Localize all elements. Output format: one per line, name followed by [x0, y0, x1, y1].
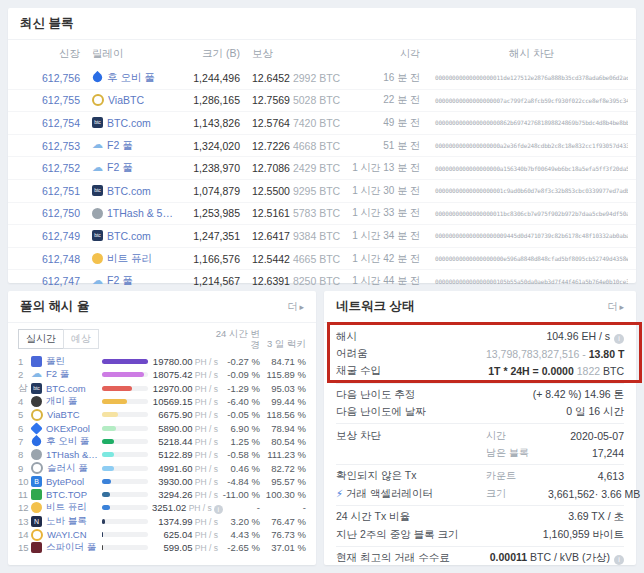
block-size: 1,214,567	[176, 275, 240, 287]
pool-hashrate-value: 1374.99 PH / s	[152, 516, 218, 527]
block-size: 1,166,576	[176, 253, 240, 265]
block-time: 1 시간 33 분 전	[340, 206, 420, 220]
relay-pool-link[interactable]: 비트 퓨리	[107, 252, 152, 266]
block-hash-link[interactable]: 0000000000000000000a2e36fde248cdbb2c8c18…	[420, 142, 628, 149]
lightning-icon	[336, 488, 343, 499]
pool-name-link[interactable]: 스파이더 풀	[46, 541, 99, 554]
tx-accelerator-link[interactable]: 거래 액셀러레이터	[336, 487, 486, 501]
pool-hashrate-more-link[interactable]: 더	[287, 291, 304, 323]
block-height-link[interactable]: 612,747	[20, 275, 80, 287]
f2pool-icon	[92, 276, 103, 287]
block-hash-link[interactable]: 000000000000000000105b55a50da0aeb3d7f44f…	[420, 278, 628, 285]
pool-name-link[interactable]: 개미 풀	[46, 395, 99, 408]
pool-name-link[interactable]: 비트 퓨리	[46, 501, 99, 514]
pool-name-link[interactable]: WAYI.CN	[47, 529, 99, 540]
block-hash-link[interactable]: 00000000000000000001c9ad0b60d7e8f3c32b85…	[420, 187, 628, 194]
block-hash-link[interactable]: 00000000000000000011de127512e2876a888b35…	[420, 74, 628, 81]
hashrate-bar	[102, 532, 148, 537]
tab-expected[interactable]: 예상	[63, 329, 99, 349]
tx-accelerator-size-key: 크기	[486, 487, 548, 501]
block-hash-link[interactable]: 00000000000000000007ac799f2a8fcb59cf930f…	[420, 97, 628, 104]
pool-3day-lucky: 115.89 %	[260, 369, 306, 380]
pool-name-link[interactable]: 풀린	[46, 355, 99, 368]
relay-pool-link[interactable]: BTC.com	[107, 185, 151, 197]
block-reward: 12.5161 5783 BTC	[240, 207, 340, 219]
table-row: 612,748 비트 퓨리 1,166,576 12.5442 4665 BTC…	[8, 248, 636, 271]
pool-3day-lucky: 80.54 %	[260, 436, 306, 447]
pool-name-link[interactable]: 슬러시 풀	[47, 462, 99, 475]
pool-name-link[interactable]: BytePool	[46, 476, 99, 487]
col-3day-lucky: 3 일 럭키	[260, 338, 306, 351]
block-hash-link[interactable]: 00000000000000000000e596a8848d848cfad5bf…	[420, 255, 628, 262]
block-reward: 12.6452 2992 BTC	[240, 72, 340, 84]
pool-name-link[interactable]: BTC.com	[46, 383, 99, 394]
pool-24h-change: 6.90 %	[218, 423, 260, 434]
relay-pool-link[interactable]: F2 풀	[107, 139, 133, 153]
block-reward: 12.5500 9295 BTC	[240, 185, 340, 197]
pool-hashrate-value: 6675.90 PH / s	[152, 409, 218, 420]
antpool-icon	[31, 396, 42, 407]
tx-rate-row: 24 시간 Tx 비율 3.69 TX / 초	[336, 509, 624, 526]
pool-rank: 15	[18, 542, 31, 553]
pool-24h-change: 1.25 %	[218, 436, 260, 447]
relay-pool-link[interactable]: F2 풀	[107, 274, 133, 288]
pool-3day-lucky: -	[260, 502, 306, 513]
block-height-link[interactable]: 612,756	[20, 72, 80, 84]
block-hash-link[interactable]: 0000000000000000000862b69742768189882486…	[420, 119, 628, 126]
pool-row: 4 개미 풀 10569.15 PH / s -6.40 % 99.44 %	[8, 395, 316, 408]
difficulty-link[interactable]: 어려움	[336, 347, 486, 361]
pool-hashrate-value: 4991.60 PH / s	[152, 463, 218, 474]
pool-name-link[interactable]: ViaBTC	[47, 409, 99, 420]
pool-3day-lucky: 76.73 %	[260, 529, 306, 540]
tab-realtime[interactable]: 실시간	[18, 329, 64, 349]
mining-income-label: 채굴 수입	[336, 364, 486, 378]
block-height-link[interactable]: 612,748	[20, 253, 80, 265]
pool-name-link[interactable]: 후 오비 풀	[46, 435, 99, 448]
pool-row: 11 BTC.TOP 3294.26 PH / s -11.00 % 100.3…	[8, 488, 316, 501]
info-icon[interactable]	[614, 334, 624, 344]
pool-row: 10 BytePool 3930.00 PH / s -4.84 % 95.57…	[8, 475, 316, 488]
halving-label: 보상 차단	[336, 429, 486, 443]
dashboard-screen: 최신 블록 신장 릴레이 크기 (B) 보상 시각 해시 차단 612,756 …	[0, 0, 644, 573]
table-row: 612,755 ViaBTC 1,286,165 12.7569 5028 BT…	[8, 90, 636, 113]
pool-name-link[interactable]: OKExPool	[46, 423, 99, 434]
col-hash: 해시 차단	[420, 47, 628, 61]
pool-name-link[interactable]: 1THash & 58COIN	[46, 449, 99, 460]
block-hash-link[interactable]: 000000000000000000009445d0d4710739c82b61…	[420, 232, 628, 239]
pool-24h-change: -0.09 %	[218, 369, 260, 380]
block-height-link[interactable]: 612,751	[20, 185, 80, 197]
block-height-link[interactable]: 612,749	[20, 230, 80, 242]
pool-name-link[interactable]: BTC.TOP	[46, 489, 99, 500]
viabtc-icon	[92, 94, 104, 106]
block-hash-link[interactable]: 0000000000000000000a156340b7bf00649eb6bc…	[420, 165, 628, 172]
block-height-link[interactable]: 612,752	[20, 162, 80, 174]
network-status-more-link[interactable]: 더	[607, 291, 624, 323]
block-hash-link[interactable]: 00000000000000000011bc8306cb7e975f902b97…	[420, 210, 628, 217]
pool-name-link[interactable]: 노바 블록	[46, 515, 99, 528]
pool-row: 삼 BTC.com 12970.00 PH / s -1.29 % 95.03 …	[8, 382, 316, 395]
relay-pool-link[interactable]: BTC.com	[107, 230, 151, 242]
chevron-right-icon	[617, 301, 624, 312]
block-height-link[interactable]: 612,755	[20, 94, 80, 106]
block-reward: 12.6417 9384 BTC	[240, 230, 340, 242]
pool-24h-change: -0.27 %	[218, 356, 260, 367]
block-height-link[interactable]: 612,753	[20, 140, 80, 152]
relay-pool-link[interactable]: BTC.com	[107, 117, 151, 129]
pool-row: 2 F2 풀 18075.42 PH / s -0.09 % 115.89 %	[8, 368, 316, 381]
block-height-link[interactable]: 612,754	[20, 117, 80, 129]
latest-blocks-title: 최신 블록	[20, 8, 73, 39]
pool-name-link[interactable]: F2 풀	[46, 368, 99, 381]
unconfirmed-tx-link[interactable]: 확인되지 않은 Tx	[336, 469, 486, 483]
pool-row: 15 스파이더 풀 599.05 PH / s -2.65 % 37.01 %	[8, 541, 316, 554]
pool-row: 7 후 오비 풀 5218.44 PH / s 1.25 % 80.54 %	[8, 435, 316, 448]
info-icon[interactable]	[614, 555, 624, 565]
relay-pool-link[interactable]: 후 오비 풀	[107, 71, 155, 85]
huobi-pool-icon	[30, 435, 43, 448]
spiderpool-icon	[31, 542, 42, 553]
relay-pool-link[interactable]: 1THash & 58CO...	[107, 207, 176, 219]
pool-row: 5 ViaBTC 6675.90 PH / s -0.05 % 118.56 %	[8, 408, 316, 421]
halving-time-value: 2020-05-07	[548, 430, 624, 442]
relay-pool-link[interactable]: F2 풀	[107, 161, 133, 175]
block-height-link[interactable]: 612,750	[20, 207, 80, 219]
relay-pool-link[interactable]: ViaBTC	[108, 94, 144, 106]
